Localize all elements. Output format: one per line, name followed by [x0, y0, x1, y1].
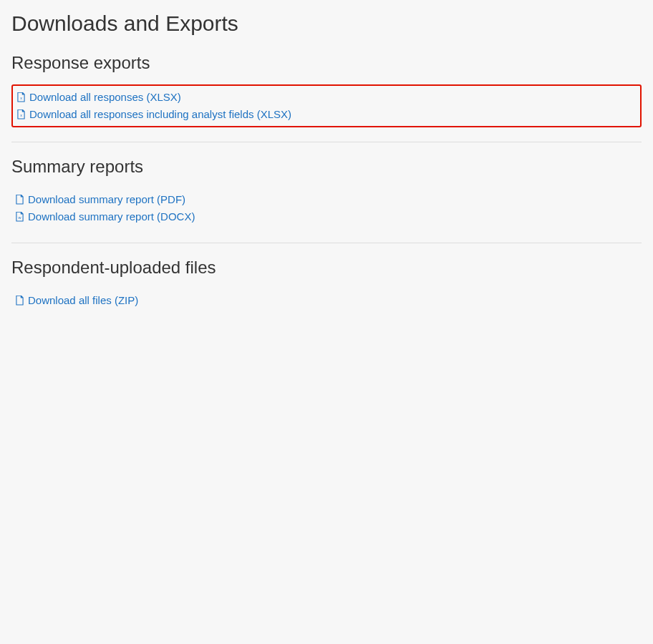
respondent-files-links: Download all files (ZIP) — [11, 289, 642, 312]
file-excel-icon: x — [17, 109, 25, 119]
link-label: Download all files (ZIP) — [28, 292, 138, 309]
file-word-icon: w — [16, 212, 24, 222]
download-summary-docx-link[interactable]: w Download summary report (DOCX) — [16, 208, 195, 225]
list-item: Download all files (ZIP) — [16, 292, 637, 309]
link-label: Download summary report (PDF) — [28, 191, 185, 208]
section-response-exports: Response exports x Download all response… — [11, 53, 642, 142]
section-heading-response-exports: Response exports — [11, 53, 642, 73]
section-summary-reports: Summary reports Download summary report … — [11, 157, 642, 243]
list-item: Download summary report (PDF) — [16, 191, 637, 208]
list-item: x Download all responses (XLSX) — [17, 89, 636, 106]
download-all-files-zip-link[interactable]: Download all files (ZIP) — [16, 292, 138, 309]
list-item: w Download summary report (DOCX) — [16, 208, 637, 225]
response-exports-highlight-box: x Download all responses (XLSX) x Downlo… — [11, 84, 642, 127]
page-title: Downloads and Exports — [11, 11, 642, 36]
link-label: Download all responses including analyst… — [29, 106, 291, 123]
section-heading-summary-reports: Summary reports — [11, 157, 642, 177]
download-all-responses-xlsx-link[interactable]: x Download all responses (XLSX) — [17, 89, 181, 106]
svg-text:w: w — [18, 215, 21, 220]
list-item: x Download all responses including analy… — [17, 106, 636, 123]
link-label: Download all responses (XLSX) — [29, 89, 181, 106]
download-summary-pdf-link[interactable]: Download summary report (PDF) — [16, 191, 185, 208]
section-respondent-files: Respondent-uploaded files Download all f… — [11, 258, 642, 326]
summary-reports-links: Download summary report (PDF) w Download… — [11, 188, 642, 228]
section-divider — [11, 243, 642, 243]
svg-text:x: x — [20, 96, 22, 100]
svg-text:x: x — [20, 113, 22, 117]
download-all-responses-analyst-xlsx-link[interactable]: x Download all responses including analy… — [17, 106, 291, 123]
file-excel-icon: x — [17, 92, 25, 102]
file-archive-icon — [16, 296, 24, 306]
link-label: Download summary report (DOCX) — [28, 208, 195, 225]
section-divider — [11, 142, 642, 142]
file-pdf-icon — [16, 195, 24, 205]
section-heading-respondent-files: Respondent-uploaded files — [11, 258, 642, 278]
